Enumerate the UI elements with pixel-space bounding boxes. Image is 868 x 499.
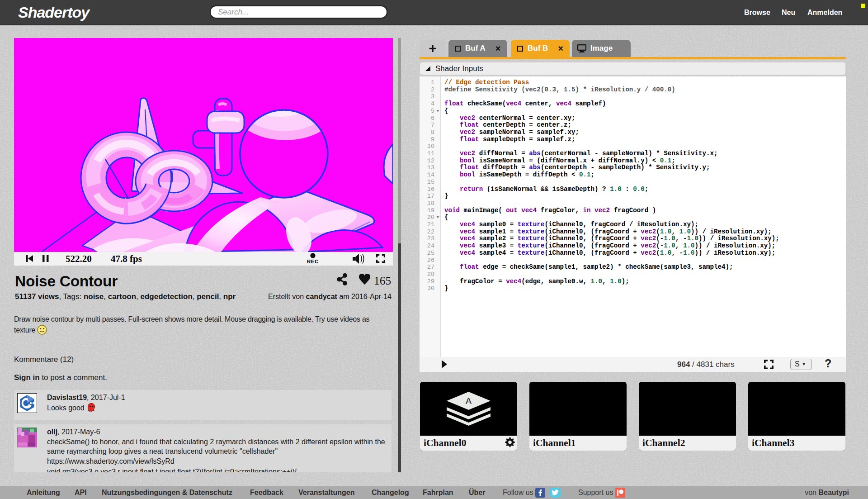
svg-text:A: A	[466, 396, 472, 406]
